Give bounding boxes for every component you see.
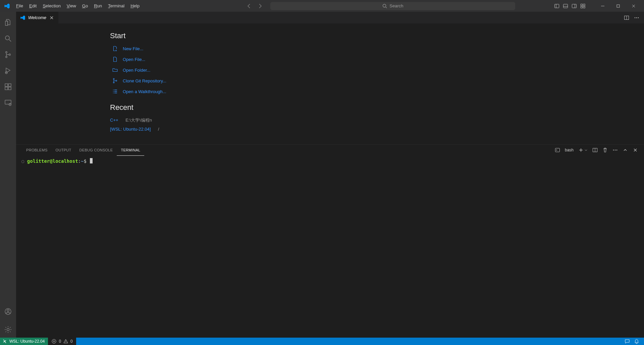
search-icon <box>382 3 387 9</box>
recent-heading: Recent <box>110 103 644 112</box>
svg-rect-24 <box>8 87 11 90</box>
menu-bar: File Edit Selection View Go Run Terminal… <box>13 2 142 10</box>
window-minimize-button[interactable] <box>595 0 610 12</box>
remote-explorer-icon <box>4 99 12 107</box>
error-icon <box>51 339 57 344</box>
split-editor-icon[interactable] <box>624 15 629 20</box>
tab-close-button[interactable] <box>49 15 54 20</box>
remote-icon <box>2 339 7 344</box>
recent-item[interactable]: [WSL: Ubuntu-22.04] / <box>110 125 644 134</box>
git-icon <box>112 78 118 84</box>
start-open-folder[interactable]: Open Folder... <box>110 66 644 76</box>
svg-point-52 <box>613 150 614 151</box>
terminal-cursor <box>90 158 93 163</box>
status-bar: WSL: Ubuntu-22.04 0 0 <box>0 338 644 345</box>
welcome-editor: Start New File... Open File... Open Fold… <box>16 23 644 144</box>
start-clone-repo[interactable]: Clone Git Repository... <box>110 76 644 87</box>
files-icon <box>4 18 12 26</box>
start-open-file-label: Open File... <box>123 57 145 62</box>
layout-sidebar-left-icon[interactable] <box>554 3 559 9</box>
svg-rect-22 <box>5 84 8 86</box>
split-terminal-icon[interactable] <box>592 147 598 153</box>
layout-panel-icon[interactable] <box>563 3 568 9</box>
svg-point-39 <box>113 82 114 83</box>
status-problems[interactable]: 0 0 <box>48 338 76 345</box>
activity-remote-explorer[interactable] <box>0 95 16 111</box>
new-terminal-button[interactable] <box>578 147 588 153</box>
terminal-body[interactable]: ○ golitter@localhost:~$ <box>16 155 644 338</box>
svg-rect-11 <box>583 6 585 8</box>
panel-tab-problems[interactable]: PROBLEMS <box>22 145 52 156</box>
svg-point-36 <box>636 17 637 18</box>
svg-rect-2 <box>555 4 559 8</box>
svg-point-30 <box>7 329 9 331</box>
extensions-icon <box>4 83 12 91</box>
start-new-file[interactable]: New File... <box>110 44 644 55</box>
status-remote-label: WSL: Ubuntu-22.04 <box>9 339 45 344</box>
nav-forward-icon[interactable] <box>258 3 263 9</box>
layout-sidebar-right-icon[interactable] <box>572 3 577 9</box>
start-open-file[interactable]: Open File... <box>110 55 644 66</box>
panel-tab-debug-console[interactable]: DEBUG CONSOLE <box>75 145 117 156</box>
activity-accounts[interactable] <box>0 303 16 320</box>
activity-bar <box>0 12 16 338</box>
activity-scm[interactable] <box>0 47 16 63</box>
trash-icon[interactable] <box>602 147 608 153</box>
titlebar: File Edit Selection View Go Run Terminal… <box>0 0 644 12</box>
menu-selection[interactable]: Selection <box>40 2 63 10</box>
menu-file[interactable]: File <box>13 2 26 10</box>
activity-explorer[interactable] <box>0 14 16 30</box>
new-file-icon <box>112 46 118 52</box>
menu-run[interactable]: Run <box>91 2 105 10</box>
list-icon <box>112 88 118 94</box>
svg-rect-10 <box>581 6 583 8</box>
svg-line-1 <box>386 7 387 8</box>
terminal-line: ○ golitter@localhost:~$ <box>21 158 644 164</box>
menu-terminal[interactable]: Terminal <box>105 2 127 10</box>
panel-tab-output[interactable]: OUTPUT <box>52 145 75 156</box>
activity-search[interactable] <box>0 30 16 47</box>
start-heading: Start <box>110 31 644 40</box>
svg-line-17 <box>9 40 11 42</box>
close-panel-icon[interactable] <box>633 147 638 153</box>
svg-point-38 <box>113 78 114 79</box>
svg-rect-47 <box>555 148 559 152</box>
window-close-button[interactable] <box>626 0 641 12</box>
window-maximize-button[interactable] <box>610 0 626 12</box>
activity-run-debug[interactable] <box>0 63 16 79</box>
panel-tab-terminal[interactable]: TERMINAL <box>117 145 144 156</box>
svg-point-27 <box>9 104 11 106</box>
search-icon <box>4 34 12 43</box>
menu-go[interactable]: Go <box>79 2 91 10</box>
nav-back-icon[interactable] <box>246 3 252 9</box>
menu-help[interactable]: Help <box>128 2 142 10</box>
svg-rect-9 <box>583 4 585 6</box>
svg-rect-23 <box>5 87 8 90</box>
feedback-icon[interactable] <box>625 339 630 344</box>
open-file-icon <box>112 56 118 62</box>
account-icon <box>4 307 12 316</box>
svg-point-16 <box>5 36 9 40</box>
recent-path: E:\大学\编程n <box>125 118 152 123</box>
terminal-shell-label[interactable]: bash <box>565 148 574 152</box>
recent-item[interactable]: C++ E:\大学\编程n <box>110 116 644 125</box>
bell-icon[interactable] <box>634 339 639 344</box>
more-icon[interactable] <box>612 147 618 153</box>
svg-rect-6 <box>572 4 577 8</box>
status-remote[interactable]: WSL: Ubuntu-22.04 <box>0 338 48 345</box>
menu-edit[interactable]: Edit <box>26 2 39 10</box>
source-control-icon <box>4 51 12 59</box>
tab-welcome[interactable]: Welcome <box>16 12 58 23</box>
activity-extensions[interactable] <box>0 79 16 95</box>
maximize-panel-icon[interactable] <box>623 147 628 153</box>
terminal-profile-icon[interactable] <box>555 147 560 153</box>
activity-settings[interactable] <box>0 322 16 338</box>
svg-rect-8 <box>581 4 583 6</box>
more-actions-icon[interactable] <box>634 15 639 20</box>
customize-layout-icon[interactable] <box>580 3 586 9</box>
recent-name: C++ <box>110 118 118 123</box>
start-walkthrough[interactable]: Open a Walkthrough... <box>110 87 644 98</box>
svg-point-53 <box>615 150 616 151</box>
command-center[interactable]: Search <box>270 2 515 10</box>
menu-view[interactable]: View <box>64 2 79 10</box>
